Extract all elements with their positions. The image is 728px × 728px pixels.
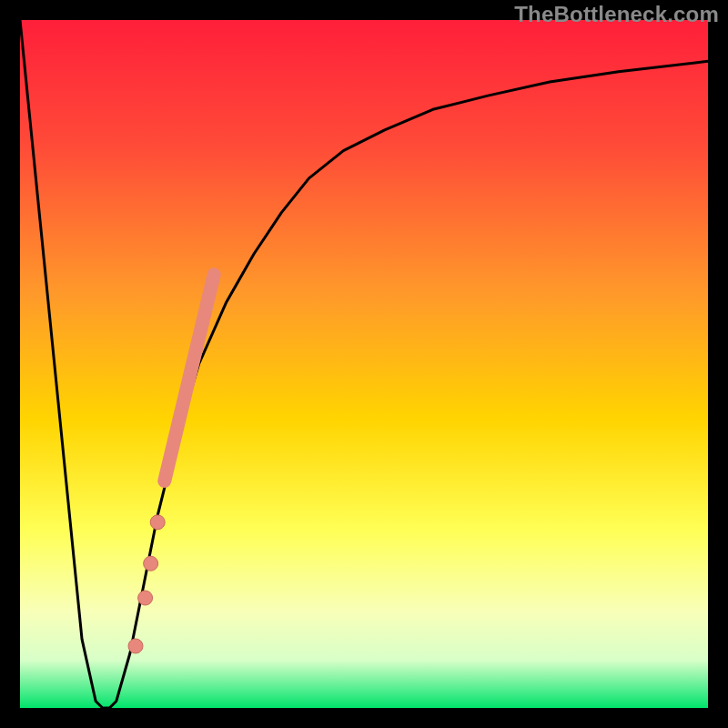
data-dot: [138, 591, 153, 605]
chart-plot-area: [20, 20, 708, 708]
data-dot: [144, 556, 158, 571]
gradient-background: [20, 20, 708, 708]
data-dot: [150, 515, 165, 530]
data-dot: [128, 639, 143, 653]
chart-frame: TheBottleneck.com: [0, 0, 728, 728]
chart-svg: [20, 20, 708, 708]
watermark-text: TheBottleneck.com: [514, 2, 719, 27]
